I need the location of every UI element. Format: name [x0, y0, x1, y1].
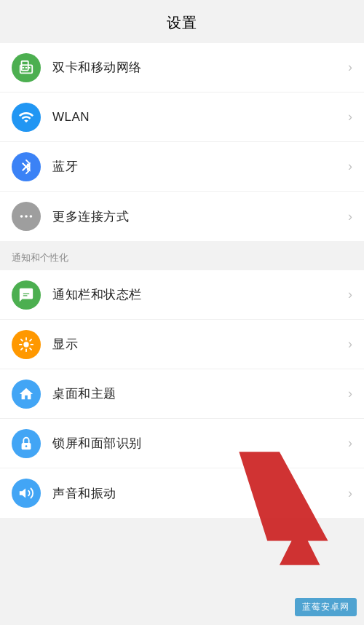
desktop-theme-chevron: ›: [348, 386, 352, 401]
svg-point-8: [20, 215, 23, 218]
sound-item[interactable]: 声音和振动 ›: [0, 468, 364, 518]
desktop-theme-item[interactable]: 桌面和主题 ›: [0, 369, 364, 419]
watermark: 蓝莓安卓网: [295, 598, 357, 616]
svg-point-11: [23, 342, 28, 347]
display-icon: [18, 337, 34, 353]
notification-icon-circle: [12, 280, 41, 310]
display-icon-circle: [12, 330, 41, 359]
svg-point-21: [25, 445, 28, 447]
wlan-chevron: ›: [348, 109, 352, 125]
svg-point-9: [25, 215, 28, 218]
sim-icon: [18, 60, 34, 76]
personalization-header: 通知和个性化: [0, 241, 364, 270]
notification-bar-item[interactable]: 通知栏和状态栏 ›: [0, 270, 364, 320]
lock-icon: [18, 436, 34, 452]
title-bar: 设置: [0, 0, 364, 43]
desktop-theme-label: 桌面和主题: [52, 385, 342, 402]
wifi-icon: [18, 109, 34, 125]
svg-line-17: [30, 348, 31, 350]
lock-screen-icon-circle: [12, 429, 41, 458]
svg-line-16: [21, 339, 23, 340]
dual-sim-label: 双卡和移动网络: [52, 59, 342, 76]
sound-chevron: ›: [348, 486, 352, 501]
wlan-item[interactable]: WLAN ›: [0, 93, 364, 142]
display-item[interactable]: 显示 ›: [0, 320, 364, 369]
svg-line-18: [30, 339, 31, 340]
dual-sim-item[interactable]: 双卡和移动网络 ›: [0, 43, 364, 93]
connectivity-group: 双卡和移动网络 › WLAN › 蓝牙 ›: [0, 43, 364, 241]
dual-sim-chevron: ›: [348, 60, 352, 75]
lock-screen-item[interactable]: 锁屏和面部识别 ›: [0, 419, 364, 468]
svg-rect-4: [25, 67, 28, 68]
bluetooth-icon-circle: [12, 152, 41, 181]
display-label: 显示: [52, 336, 342, 353]
more-icon: [18, 208, 34, 224]
lock-screen-label: 锁屏和面部识别: [52, 435, 342, 452]
svg-point-10: [30, 215, 33, 218]
svg-line-7: [23, 167, 26, 170]
home-icon: [18, 386, 34, 402]
svg-marker-22: [20, 489, 25, 498]
notification-icon: [18, 287, 34, 303]
bluetooth-icon: [18, 159, 34, 175]
page-title: 设置: [0, 13, 364, 33]
bluetooth-chevron: ›: [348, 159, 352, 174]
svg-rect-3: [23, 67, 25, 68]
bluetooth-label: 蓝牙: [52, 158, 342, 175]
dual-sim-icon-circle: [12, 53, 41, 82]
more-connection-icon-circle: [12, 202, 41, 231]
svg-rect-5: [28, 67, 31, 68]
sound-icon-circle: [12, 479, 41, 508]
more-connection-label: 更多连接方式: [52, 208, 342, 225]
sound-icon: [18, 485, 34, 501]
desktop-theme-icon-circle: [12, 380, 41, 409]
svg-line-19: [21, 348, 23, 350]
personalization-group: 通知栏和状态栏 › 显示 › 桌面和主题 ›: [0, 270, 364, 518]
svg-line-6: [23, 163, 26, 167]
bluetooth-item[interactable]: 蓝牙 ›: [0, 142, 364, 192]
lock-screen-chevron: ›: [348, 436, 352, 451]
display-chevron: ›: [348, 337, 352, 352]
wlan-icon-circle: [12, 103, 41, 132]
wlan-label: WLAN: [52, 110, 342, 125]
more-connection-item[interactable]: 更多连接方式 ›: [0, 192, 364, 241]
more-connection-chevron: ›: [348, 209, 352, 224]
notification-bar-label: 通知栏和状态栏: [52, 286, 342, 303]
notification-bar-chevron: ›: [348, 287, 352, 302]
sound-label: 声音和振动: [52, 485, 342, 502]
